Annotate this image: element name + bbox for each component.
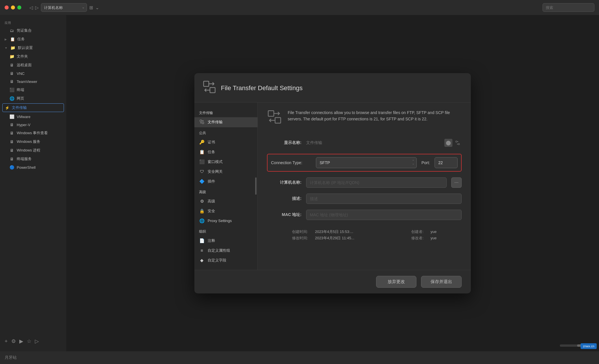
- settings-button[interactable]: ⚙: [11, 338, 16, 344]
- nav-icon: ◁: [29, 5, 33, 10]
- sidebar-item-file-transfer[interactable]: ⚡ 文件传输: [2, 103, 64, 112]
- port-input[interactable]: [435, 157, 458, 168]
- nav-item-file-transfer[interactable]: 文件传输: [194, 117, 257, 127]
- nav-item-security-gateway[interactable]: 🛡 安全网关: [194, 167, 257, 177]
- sidebar-item-browser[interactable]: 🌐 网页: [0, 94, 66, 103]
- sidebar-item-label: 默认设置: [18, 45, 33, 50]
- sidebar-item-win-processes[interactable]: 🖥 Windows 进程: [0, 146, 66, 155]
- maximize-button[interactable]: [17, 5, 21, 10]
- created-time-label: 创建时间:: [267, 229, 308, 234]
- modal-title: File Transfer Default Settings: [221, 84, 303, 92]
- sidebar-item-label: 终端服务: [17, 156, 32, 162]
- computer-name-dropdown-wrapper[interactable]: 计算机名称: [41, 3, 87, 12]
- sidebar-item-label: Hyper-V: [17, 123, 31, 127]
- nav-item-label: 高级: [208, 199, 215, 204]
- nav-item-notes[interactable]: 📄 注释: [194, 236, 257, 246]
- svg-rect-1: [210, 88, 215, 93]
- meta-grid: 创建时间: 2023年4月5日 15:53:... 创建者: yue 修改时间:…: [267, 226, 462, 244]
- sidebar-item-vnc[interactable]: 🖥 VNC: [0, 69, 66, 77]
- win-events-icon: 🖥: [9, 131, 14, 135]
- sidebar-item-label: 文件夹: [17, 54, 28, 59]
- nav-item-label: 安全网关: [208, 169, 223, 174]
- sidebar-item-tasks[interactable]: ▶ 📋 任务: [0, 35, 66, 43]
- sidebar-item-remote-desktop[interactable]: 🖥 远程桌面: [0, 61, 66, 69]
- defaults-icon: 📁: [10, 46, 16, 50]
- modal-nav: 文件传输 文件传输: [194, 103, 258, 270]
- nav-item-plugins[interactable]: 🔷 插件: [194, 177, 257, 186]
- traffic-lights: [5, 5, 21, 10]
- modifier-label: 修改者:: [386, 236, 424, 241]
- sidebar-item-defaults[interactable]: ▼ 📁 默认设置: [0, 43, 66, 52]
- hostname-input[interactable]: [306, 177, 447, 188]
- mac-field-row: MAC 地址:: [267, 210, 462, 220]
- nav-item-custom-fields[interactable]: ◆ 自定义字段: [194, 255, 257, 265]
- sidebar-item-teamviewer[interactable]: 🖥 TeamViewer: [0, 77, 66, 86]
- link-button[interactable]: [454, 139, 462, 147]
- teamviewer-icon: 🖥: [9, 79, 14, 84]
- svg-rect-5: [202, 122, 204, 124]
- close-button[interactable]: [5, 5, 9, 10]
- nav-item-security[interactable]: 🔒 安全: [194, 206, 257, 216]
- nav-section-org: 组织: [194, 226, 257, 236]
- connection-type-select[interactable]: FTP SFTP SCP: [316, 157, 417, 168]
- sidebar-item-terminal-services[interactable]: 🖥 终端服务: [0, 155, 66, 163]
- sidebar-item-label: 文件传输: [12, 105, 27, 110]
- sidebar-item-label: Windows 服务: [17, 139, 40, 144]
- down-icon: ⌄: [95, 5, 99, 10]
- computer-name-dropdown[interactable]: 计算机名称: [41, 3, 87, 12]
- creator-label: 创建者:: [386, 229, 424, 234]
- radio-button[interactable]: ⬤: [444, 139, 452, 147]
- star-button[interactable]: ☆: [27, 338, 31, 344]
- hostname-browse-button[interactable]: ⋯: [451, 177, 462, 188]
- description-field-row: 描述:: [267, 194, 462, 204]
- modified-time-value: 2023年4月29日 11:45...: [315, 236, 380, 241]
- modal-footer: 放弃更改 保存并退出: [194, 270, 471, 293]
- cancel-button[interactable]: 放弃更改: [376, 276, 416, 288]
- search-input[interactable]: [543, 3, 594, 12]
- nav-item-certificate[interactable]: 🔑 证书: [194, 137, 257, 147]
- modal-body: 文件传输 文件传输: [194, 103, 471, 270]
- credentials-icon: 🗂: [9, 28, 14, 33]
- sidebar-item-label: 终端: [17, 87, 24, 92]
- main-layout: 应用 🗂 凭证集合 ▶ 📋 任务 ▼ 📁 默认设置 📁 文件夹 🖥 远程桌面 🖥…: [0, 15, 599, 351]
- sidebar-item-hyperv[interactable]: 🖥 Hyper-V: [0, 121, 66, 129]
- hyperv-icon: 🖥: [9, 122, 14, 127]
- sidebar-item-label: 任务: [17, 37, 25, 42]
- nav-item-window-mode[interactable]: ⬛ 窗口模式: [194, 157, 257, 167]
- sidebar-item-win-services[interactable]: 🖥 Windows 服务: [0, 137, 66, 146]
- win-services-icon: 🖥: [9, 139, 14, 144]
- creator-value: yue: [431, 230, 462, 234]
- sidebar-item-win-events[interactable]: 🖥 Windows 事件查看: [0, 129, 66, 137]
- statusbar-app-name: 月牙站: [5, 355, 17, 360]
- display-name-input[interactable]: [306, 138, 440, 148]
- svg-rect-8: [268, 111, 274, 116]
- statusbar-left: 月牙站: [5, 355, 17, 360]
- mac-label: MAC 地址:: [267, 212, 302, 217]
- folder-icon: 📁: [9, 54, 14, 59]
- connection-type-select-wrapper[interactable]: FTP SFTP SCP: [316, 157, 417, 168]
- sidebar-item-vmware[interactable]: ⬜ VMware: [0, 113, 66, 121]
- run-button[interactable]: ▷: [35, 338, 39, 344]
- add-button[interactable]: +: [5, 338, 8, 344]
- sidebar-item-credentials[interactable]: 🗂 凭证集合: [0, 26, 66, 35]
- nav-item-proxy-settings[interactable]: 🌐 Proxy Settings: [194, 216, 257, 226]
- sidebar-item-terminal[interactable]: ⬛ 终端: [0, 86, 66, 94]
- nav-item-label: 窗口模式: [208, 159, 223, 164]
- nav-item-label: 任务: [208, 149, 215, 155]
- nav-item-tasks[interactable]: 📋 任务: [194, 147, 257, 157]
- mac-input[interactable]: [306, 210, 462, 220]
- statusbar: 月牙站: [0, 351, 599, 364]
- nav-item-custom-groups[interactable]: ≡ 自定义属性组: [194, 246, 257, 255]
- description-field-input[interactable]: [306, 194, 462, 204]
- save-button[interactable]: 保存并退出: [421, 276, 462, 288]
- sidebar-item-label: 凭证集合: [17, 28, 32, 33]
- hostname-label: 计算机名称:: [267, 180, 302, 185]
- sidebar-item-powershell[interactable]: 🔵 PowerShell: [0, 163, 66, 171]
- play-button[interactable]: ▶: [19, 338, 23, 344]
- display-name-icons: ⬤: [444, 139, 462, 147]
- nav-item-advanced[interactable]: ⚙ 高级: [194, 196, 257, 206]
- minimize-button[interactable]: [11, 5, 15, 10]
- tasks-icon: 📋: [10, 37, 15, 41]
- description-field-label: 描述:: [267, 196, 302, 201]
- sidebar-item-folder[interactable]: 📁 文件夹: [0, 52, 66, 61]
